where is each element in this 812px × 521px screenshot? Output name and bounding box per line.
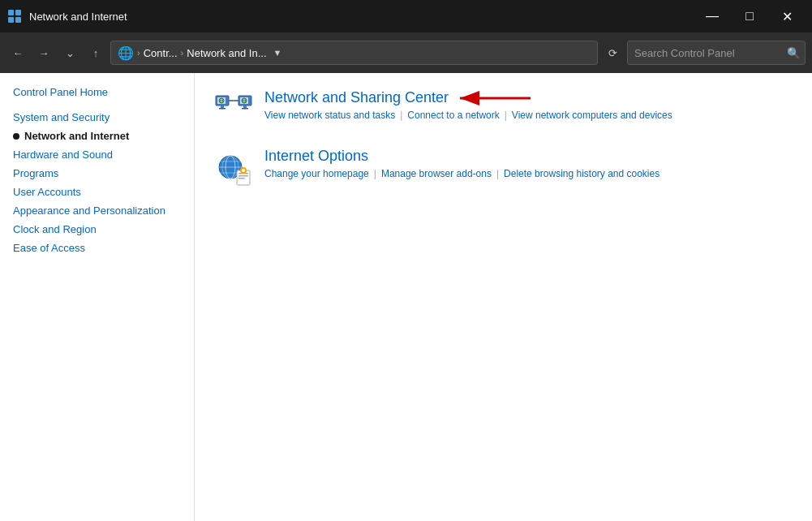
path-part-2: Network and In... <box>187 47 266 59</box>
network-sharing-info: Network and Sharing Center View network … <box>264 89 793 121</box>
path-icon: 🌐 <box>118 45 134 61</box>
network-sharing-links: View network status and tasks | Connect … <box>264 110 793 121</box>
address-path[interactable]: 🌐 › Contr... › Network and In... ▼ <box>110 41 598 65</box>
sep-2: | <box>505 110 507 121</box>
view-status-link[interactable]: View network status and tasks <box>264 110 395 121</box>
ease-of-access-link[interactable]: Ease of Access <box>13 242 85 254</box>
hardware-sound-link[interactable]: Hardware and Sound <box>13 149 113 161</box>
forward-button[interactable]: → <box>32 41 55 64</box>
clock-region-link[interactable]: Clock and Region <box>13 223 97 235</box>
path-separator-1: › <box>137 48 140 58</box>
up-button[interactable]: ↑ <box>84 41 107 64</box>
close-button[interactable]: ✕ <box>768 0 806 32</box>
red-arrow <box>453 87 535 110</box>
maximize-button[interactable]: □ <box>731 0 768 32</box>
sidebar-item-clock-region[interactable]: Clock and Region <box>0 220 194 239</box>
svg-rect-9 <box>242 108 248 110</box>
svg-rect-3 <box>15 17 21 23</box>
user-accounts-link[interactable]: User Accounts <box>13 186 81 198</box>
active-bullet <box>13 133 19 140</box>
search-box: 🔍 <box>627 41 806 65</box>
sidebar-item-appearance-personalization[interactable]: Appearance and Personalization <box>0 201 194 220</box>
svg-rect-2 <box>8 17 14 23</box>
title-bar: Network and Internet — □ ✕ <box>0 0 812 32</box>
window-controls: — □ ✕ <box>694 0 806 32</box>
internet-options-links: Change your homepage | Manage browser ad… <box>264 168 793 179</box>
delete-history-link[interactable]: Delete browsing history and cookies <box>504 168 659 179</box>
network-internet-label: Network and Internet <box>24 130 129 142</box>
connect-network-link[interactable]: Connect to a network <box>407 110 499 121</box>
programs-link[interactable]: Programs <box>13 167 58 179</box>
network-sharing-title[interactable]: Network and Sharing Center <box>264 89 449 105</box>
internet-options-info: Internet Options Change your homepage | … <box>264 148 793 179</box>
network-sharing-icon <box>214 89 253 128</box>
change-homepage-link[interactable]: Change your homepage <box>264 168 369 179</box>
sidebar: Control Panel Home System and Security N… <box>0 73 195 521</box>
window-icon <box>6 8 23 24</box>
svg-rect-30 <box>238 178 245 179</box>
path-separator-2: › <box>181 48 184 58</box>
path-dropdown-button[interactable]: ▼ <box>270 48 286 58</box>
system-security-link[interactable]: System and Security <box>13 111 110 123</box>
sidebar-item-network-internet[interactable]: Network and Internet <box>0 127 194 145</box>
sep-1: | <box>400 110 402 121</box>
back-button[interactable]: ← <box>6 41 29 64</box>
appearance-personalization-link[interactable]: Appearance and Personalization <box>13 205 165 217</box>
path-part-1: Contr... <box>144 47 178 59</box>
manage-addons-link[interactable]: Manage browser add-ons <box>381 168 492 179</box>
address-bar: ← → ⌄ ↑ 🌐 › Contr... › Network and In...… <box>0 32 812 73</box>
internet-options-section: Internet Options Change your homepage | … <box>214 148 793 187</box>
svg-rect-5 <box>221 105 224 108</box>
view-computers-link[interactable]: View network computers and devices <box>512 110 672 121</box>
sidebar-item-programs[interactable]: Programs <box>0 164 194 183</box>
search-input[interactable] <box>628 47 782 59</box>
svg-point-32 <box>242 169 245 172</box>
svg-rect-6 <box>219 108 226 110</box>
internet-options-title[interactable]: Internet Options <box>264 148 368 164</box>
svg-rect-29 <box>238 175 248 177</box>
sidebar-item-hardware-sound[interactable]: Hardware and Sound <box>0 145 194 164</box>
svg-rect-8 <box>243 105 247 108</box>
svg-rect-1 <box>15 10 21 15</box>
window-title: Network and Internet <box>29 11 694 23</box>
sep-4: | <box>496 168 499 179</box>
minimize-button[interactable]: — <box>694 0 731 32</box>
content-area: Network and Sharing Center View network … <box>195 73 812 521</box>
sidebar-item-user-accounts[interactable]: User Accounts <box>0 183 194 201</box>
svg-rect-0 <box>8 10 14 15</box>
sep-3: | <box>374 168 376 179</box>
recent-button[interactable]: ⌄ <box>58 41 81 64</box>
refresh-button[interactable]: ⟳ <box>601 41 624 64</box>
control-panel-home-link[interactable]: Control Panel Home <box>13 86 108 98</box>
search-submit-button[interactable]: 🔍 <box>782 41 805 64</box>
sidebar-item-control-panel-home[interactable]: Control Panel Home <box>0 83 194 101</box>
sidebar-item-ease-of-access[interactable]: Ease of Access <box>0 239 194 257</box>
main-container: Control Panel Home System and Security N… <box>0 73 812 521</box>
internet-options-icon <box>214 148 253 187</box>
sidebar-item-system-security[interactable]: System and Security <box>0 108 194 127</box>
network-sharing-section: Network and Sharing Center View network … <box>214 89 793 128</box>
